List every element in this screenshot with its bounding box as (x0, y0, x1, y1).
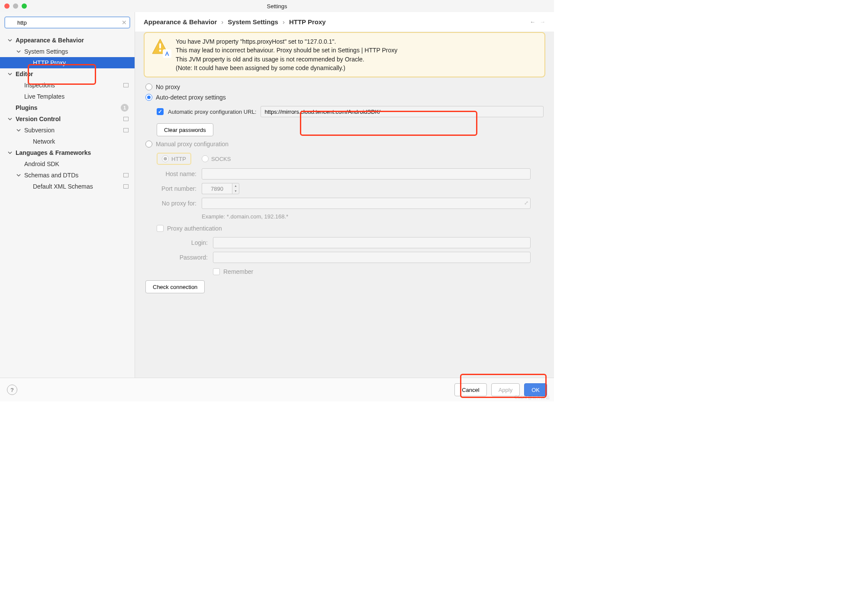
radio-icon (202, 155, 209, 162)
auto-url-input[interactable] (261, 106, 544, 117)
radio-label: Auto-detect proxy settings (156, 94, 226, 101)
traffic-lights (4, 3, 27, 9)
watermark: CSDN @前方路远 (515, 395, 550, 401)
nav-arrows: ← → (530, 19, 545, 25)
sidebar-item-subversion[interactable]: Subversion (0, 125, 135, 136)
sidebar-item-label: Appearance & Behavior (16, 37, 84, 44)
sidebar-item-version-control[interactable]: Version Control (0, 113, 135, 125)
radio-manual[interactable]: Manual proxy configuration (145, 139, 544, 149)
sidebar-item-languages-frameworks[interactable]: Languages & Frameworks (0, 147, 135, 158)
port-label: Port number: (145, 185, 202, 192)
sidebar-item-network[interactable]: Network (0, 136, 135, 147)
module-indicator-icon (123, 127, 129, 134)
radio-label: Manual proxy configuration (156, 141, 229, 148)
module-indicator-icon (123, 183, 129, 190)
sidebar-item-editor[interactable]: Editor (0, 68, 135, 80)
module-indicator-icon (123, 82, 129, 89)
window-title: Settings (267, 3, 287, 10)
radio-icon (145, 141, 152, 148)
radio-socks-protocol[interactable]: SOCKS (202, 153, 231, 165)
sidebar-item-http-proxy[interactable]: HTTP Proxy (0, 57, 135, 68)
login-label: Login: (157, 239, 213, 246)
sidebar-item-label: Network (33, 138, 55, 145)
chevron-down-icon (8, 72, 14, 76)
radio-label: HTTP (171, 156, 186, 162)
sidebar-item-label: Live Templates (24, 93, 64, 100)
chevron-down-icon (16, 173, 23, 177)
warning-banner: You have JVM property "https.proxyHost" … (144, 32, 545, 77)
radio-icon (162, 155, 169, 162)
android-studio-icon (163, 49, 171, 58)
sidebar-item-label: Schemas and DTDs (24, 172, 78, 179)
radio-auto-detect[interactable]: Auto-detect proxy settings (145, 92, 544, 103)
breadcrumb-segment[interactable]: System Settings (228, 18, 278, 26)
breadcrumb-separator-icon: › (221, 18, 223, 26)
sidebar-item-label: Subversion (24, 127, 55, 134)
radio-http-protocol[interactable]: HTTP (157, 153, 191, 165)
sidebar-item-label: Version Control (16, 116, 61, 122)
svg-point-3 (159, 50, 161, 52)
sidebar-item-label: Languages & Frameworks (16, 149, 91, 156)
sidebar-item-live-templates[interactable]: Live Templates (0, 91, 135, 102)
check-connection-button[interactable]: Check connection (145, 280, 205, 293)
proxy-auth-checkbox-row: Proxy authentication (157, 223, 544, 234)
noproxy-label: No proxy for: (145, 200, 202, 207)
sidebar-item-schemas-dtds[interactable]: Schemas and DTDs (0, 170, 135, 181)
password-label: Password: (157, 254, 213, 261)
sidebar-item-plugins[interactable]: Plugins1 (0, 102, 135, 113)
breadcrumb-separator-icon: › (283, 18, 285, 26)
host-label: Host name: (145, 170, 202, 177)
settings-sidebar: ✕ Appearance & Behavior System Settings … (0, 12, 135, 378)
sidebar-item-inspections[interactable]: Inspections (0, 80, 135, 91)
clear-search-icon[interactable]: ✕ (122, 19, 127, 26)
module-indicator-icon (123, 172, 129, 179)
chevron-down-icon (8, 38, 14, 42)
breadcrumb-segment: HTTP Proxy (289, 18, 326, 26)
chevron-down-icon (16, 49, 23, 54)
clear-passwords-button[interactable]: Clear passwords (157, 123, 213, 136)
password-input (213, 252, 531, 263)
sidebar-item-label: Editor (16, 71, 33, 77)
login-input (213, 237, 531, 248)
svg-rect-2 (159, 43, 161, 48)
remember-checkbox (213, 268, 220, 275)
warning-text: You have JVM property "https.proxyHost" … (176, 37, 397, 72)
settings-tree: Appearance & Behavior System Settings HT… (0, 33, 135, 378)
noproxy-example: Example: *.domain.com, 192.168.* (202, 212, 544, 223)
close-window-icon[interactable] (4, 3, 10, 9)
sidebar-item-label: Default XML Schemas (33, 183, 93, 190)
sidebar-item-appearance-behavior[interactable]: Appearance & Behavior (0, 35, 135, 46)
cancel-button[interactable]: Cancel (454, 383, 486, 396)
radio-icon (145, 94, 152, 101)
remember-checkbox-row: Remember (213, 266, 544, 277)
help-button[interactable]: ? (7, 385, 17, 395)
nav-back-icon[interactable]: ← (530, 19, 535, 25)
port-input (202, 183, 232, 194)
port-spinner: ▲▼ (202, 183, 239, 194)
breadcrumb: Appearance & Behavior › System Settings … (144, 18, 530, 26)
proxy-auth-checkbox (157, 225, 164, 232)
radio-label: SOCKS (211, 156, 231, 162)
breadcrumb-segment[interactable]: Appearance & Behavior (144, 18, 217, 26)
expand-icon: ⤢ (524, 200, 528, 206)
module-indicator-icon (123, 116, 129, 122)
plugins-count-badge: 1 (121, 104, 129, 112)
radio-icon (145, 83, 152, 90)
sidebar-item-system-settings[interactable]: System Settings (0, 46, 135, 57)
auto-url-checkbox[interactable] (157, 108, 164, 115)
sidebar-item-label: Plugins (16, 104, 38, 111)
search-input[interactable] (4, 16, 130, 29)
chevron-down-icon (8, 151, 14, 155)
minimize-window-icon[interactable] (13, 3, 18, 9)
sidebar-item-android-sdk[interactable]: Android SDK (0, 158, 135, 170)
auto-config-url-row: Automatic proxy configuration URL: (157, 106, 544, 117)
radio-no-proxy[interactable]: No proxy (145, 82, 544, 92)
nav-forward-icon: → (540, 19, 545, 25)
sidebar-item-label: Android SDK (24, 160, 59, 167)
sidebar-item-default-xml-schemas[interactable]: Default XML Schemas (0, 181, 135, 192)
chevron-down-icon (16, 128, 23, 132)
sidebar-item-label: Inspections (24, 82, 55, 89)
maximize-window-icon[interactable] (22, 3, 27, 9)
noproxy-input: ⤢ (202, 198, 531, 209)
main-header: Appearance & Behavior › System Settings … (135, 12, 554, 32)
